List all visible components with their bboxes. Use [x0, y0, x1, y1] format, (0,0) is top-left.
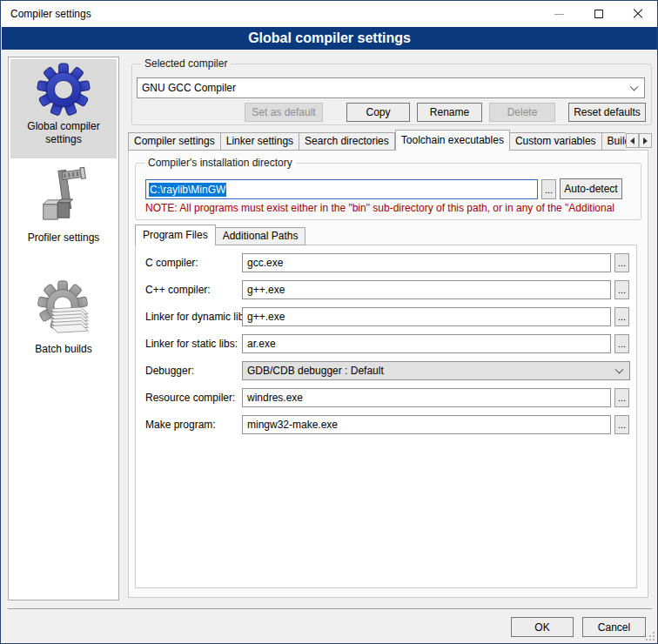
- compiler-select[interactable]: GNU GCC Compiler: [137, 77, 645, 98]
- cpp-compiler-browse-button[interactable]: ...: [614, 280, 629, 299]
- titlebar[interactable]: Compiler settings: [1, 1, 657, 27]
- blue-gear-icon: [37, 63, 91, 117]
- delete-button[interactable]: Delete: [489, 103, 555, 122]
- cpp-compiler-row: C++ compiler: ...: [145, 280, 633, 299]
- tab-scroll-left-button[interactable]: [626, 133, 639, 148]
- static-linker-browse-button[interactable]: ...: [614, 334, 629, 353]
- maximize-icon: [594, 10, 603, 18]
- make-program-input[interactable]: [242, 415, 611, 434]
- selected-compiler-group-label: Selected compiler: [141, 57, 231, 70]
- ok-button[interactable]: OK: [511, 617, 574, 637]
- sidebar-item-label: Profiler settings: [10, 231, 117, 245]
- chevron-down-icon: [630, 83, 639, 91]
- auto-detect-button[interactable]: Auto-detect: [560, 178, 622, 199]
- minimize-icon: [554, 14, 564, 15]
- sidebar-item-batch-builds[interactable]: Batch builds: [10, 273, 117, 367]
- sidebar-item-global-compiler-settings[interactable]: Global compiler settings: [10, 59, 117, 158]
- close-icon: [633, 9, 643, 19]
- tab-build-options[interactable]: Build options: [602, 132, 626, 151]
- reset-defaults-button[interactable]: Reset defaults: [568, 103, 646, 122]
- cpp-compiler-label: C++ compiler:: [145, 280, 211, 299]
- make-program-row: Make program: ...: [145, 415, 633, 434]
- rename-button[interactable]: Rename: [417, 103, 482, 122]
- program-subtabs: Program Files Additional Paths: [135, 224, 306, 245]
- dynamic-linker-row: Linker for dynamic libs: ...: [145, 307, 633, 326]
- dynamic-linker-input[interactable]: [242, 307, 611, 326]
- debugger-row: Debugger: GDB/CDB debugger : Default: [145, 361, 633, 380]
- resource-compiler-label: Resource compiler:: [145, 388, 235, 407]
- tab-scroll-right-button[interactable]: [639, 133, 652, 148]
- chevron-down-icon: [615, 366, 624, 374]
- dynamic-linker-label: Linker for dynamic libs:: [145, 307, 252, 326]
- tab-linker-settings[interactable]: Linker settings: [221, 132, 299, 151]
- set-as-default-button[interactable]: Set as default: [245, 103, 323, 122]
- compiler-tabs: Compiler settings Linker settings Search…: [128, 130, 626, 151]
- resource-compiler-browse-button[interactable]: ...: [614, 388, 629, 407]
- dialog-header: Global compiler settings: [2, 27, 657, 50]
- static-linker-row: Linker for static libs: ...: [145, 334, 633, 353]
- window-title: Compiler settings: [10, 1, 91, 27]
- installation-directory-input[interactable]: C:\raylib\MinGW: [145, 179, 538, 199]
- sidebar-item-label: Batch builds: [10, 343, 117, 356]
- close-button[interactable]: [618, 1, 657, 27]
- minimize-button[interactable]: [540, 1, 579, 27]
- compiler-select-value: GNU GCC Compiler: [142, 78, 625, 97]
- resize-grip[interactable]: [646, 632, 655, 641]
- compiler-settings-dialog: Compiler settings Global compiler settin…: [0, 0, 658, 644]
- resource-compiler-row: Resource compiler: ...: [145, 388, 633, 407]
- cpp-compiler-input[interactable]: [242, 280, 611, 299]
- settings-sidebar: Global compiler settings Profiler: [8, 57, 119, 600]
- static-linker-label: Linker for static libs:: [145, 334, 238, 353]
- installation-directory-group-label: Compiler's installation directory: [144, 157, 296, 169]
- installation-directory-value: C:\raylib\MinGW: [149, 183, 226, 197]
- sidebar-item-label: Global compiler settings: [10, 120, 117, 146]
- copy-button[interactable]: Copy: [346, 103, 410, 122]
- sidebar-item-profiler-settings[interactable]: Profiler settings: [10, 162, 117, 259]
- c-compiler-browse-button[interactable]: ...: [614, 253, 629, 272]
- arrow-right-icon: [643, 138, 648, 144]
- c-compiler-input[interactable]: [242, 253, 611, 272]
- debugger-select-value: GDB/CDB debugger : Default: [247, 362, 610, 379]
- c-compiler-label: C compiler:: [145, 253, 198, 272]
- c-compiler-row: C compiler: ...: [145, 253, 633, 272]
- debugger-label: Debugger:: [145, 361, 194, 380]
- debugger-select[interactable]: GDB/CDB debugger : Default: [242, 361, 630, 380]
- installation-directory-browse-button[interactable]: ...: [541, 179, 556, 199]
- tab-search-directories[interactable]: Search directories: [299, 132, 395, 151]
- gray-gear-stack-icon: [35, 277, 92, 339]
- dynamic-linker-browse-button[interactable]: ...: [614, 307, 629, 326]
- subtab-additional-paths[interactable]: Additional Paths: [216, 227, 306, 245]
- caliper-icon: [37, 165, 91, 228]
- tab-custom-variables[interactable]: Custom variables: [510, 132, 602, 151]
- installation-note: NOTE: All programs must exist either in …: [145, 202, 638, 214]
- tab-compiler-settings[interactable]: Compiler settings: [128, 132, 221, 151]
- maximize-button[interactable]: [579, 1, 618, 27]
- footer-divider: [8, 608, 652, 609]
- cancel-button[interactable]: Cancel: [582, 617, 646, 637]
- make-program-browse-button[interactable]: ...: [614, 415, 629, 434]
- window-controls: [540, 1, 657, 27]
- tab-scroll-buttons: [626, 133, 652, 148]
- resource-compiler-input[interactable]: [242, 388, 611, 407]
- static-linker-input[interactable]: [242, 334, 611, 353]
- tab-toolchain-executables[interactable]: Toolchain executables: [395, 130, 510, 151]
- subtab-program-files[interactable]: Program Files: [135, 225, 216, 245]
- arrow-left-icon: [630, 138, 634, 144]
- make-program-label: Make program:: [145, 415, 216, 434]
